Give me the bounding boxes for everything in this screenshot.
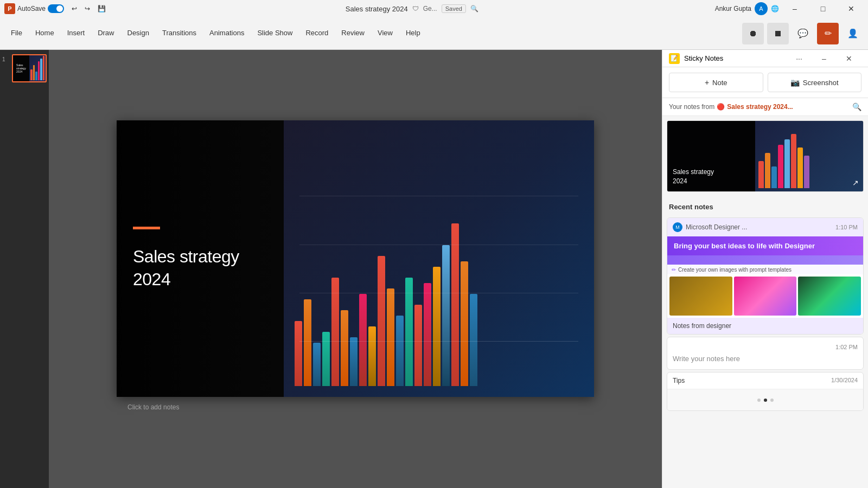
cloud-save-indicator: Ge... [423,5,437,12]
microsoft-designer-icon: M [673,222,682,232]
bar [378,256,385,386]
write-notes-header: 1:02 PM [673,344,858,350]
new-note-button[interactable]: + Note [669,73,763,92]
screenshot-btn-label: Screenshot [803,79,839,87]
save-button[interactable]: 💾 [94,4,109,14]
slide-thumbnails: 1 Salesstrategy2024 [0,50,49,488]
undo-button[interactable]: ↩ [68,4,80,14]
redo-button[interactable]: ↪ [81,4,93,14]
ppt-area: 1 Salesstrategy2024 [0,50,662,488]
thumbnail-title: Sales strategy2024 [673,168,750,186]
restore-button[interactable]: □ [810,0,835,17]
recent-notes-label: Recent notes [662,196,868,215]
designer-prompt-strip: ✏ Create your own images with prompt tem… [667,265,863,275]
bar [313,343,321,386]
slide-number-1: 1 [2,56,10,62]
designer-banner: Bring your best ideas to life with Desig… [667,236,863,255]
sticky-scroll-area[interactable]: Sales strategy2024 [662,116,868,488]
bar [350,337,358,386]
main-area: 1 Salesstrategy2024 [0,50,868,488]
tab-help[interactable]: Help [399,17,427,50]
notes-placeholder: Click to add notes [127,403,179,411]
tab-transitions[interactable]: Transitions [156,17,203,50]
write-notes-card[interactable]: 1:02 PM Write your notes here [667,337,864,370]
powerpoint-icon: P [4,3,15,14]
designer-note-time: 1:10 PM [835,224,858,230]
bar [359,294,367,386]
bar [304,299,311,386]
tips-date: 1/30/2024 [831,377,858,384]
bar [368,326,376,386]
tab-home[interactable]: Home [29,17,61,50]
source-text: Your notes from [669,103,714,111]
slide-orange-bar [133,227,160,229]
designer-img-1 [669,277,732,316]
camera-icon: 📷 [790,78,800,87]
bar [442,245,450,386]
sticky-minimize-button[interactable]: – [812,50,837,67]
note-card-header: M Microsoft Designer ... 1:10 PM [667,218,863,236]
autosave-toggle[interactable] [48,4,64,13]
tab-file[interactable]: File [4,17,29,50]
bars-container [295,165,583,386]
expand-icon[interactable]: ↗ [852,178,859,187]
slide-notes[interactable]: Click to add notes [117,397,594,418]
filename: Sales strategy 2024 [346,5,408,13]
designer-note-label: Notes from designer [667,318,863,334]
designer-images [667,274,863,318]
tips-label: Tips [673,377,685,384]
slide-thumbnail-1[interactable]: Salesstrategy2024 [12,54,47,82]
bar [414,305,422,386]
bar [341,310,348,386]
plus-icon: + [705,78,709,87]
tab-insert[interactable]: Insert [61,17,92,50]
search-icon[interactable]: 🔍 [852,102,861,111]
sticky-title-btns: ··· – ✕ [787,50,861,67]
slide-panel: 1 Salesstrategy2024 [0,50,662,488]
comment-button[interactable]: 💬 [792,23,814,44]
designer-img-3 [798,277,861,316]
tab-animations[interactable]: Animations [203,17,251,50]
sticky-panel: 📝 Sticky Notes ··· – ✕ + Note 📷 Screensh… [662,50,868,488]
bar [331,278,339,386]
prompt-icon: ✏ [672,267,676,273]
user-profile-button[interactable]: 👤 [842,23,864,44]
share-btn[interactable]: 🌐 [771,5,779,12]
slide-thumb-row-1: 1 Salesstrategy2024 [2,54,47,82]
source-name: Sales strategy 2024... [727,103,793,111]
sticky-close-button[interactable]: ✕ [837,50,861,67]
slide-canvas[interactable]: Sales strategy 2024 [117,120,594,397]
title-bar: P AutoSave ↩ ↪ 💾 Sales strategy 2024 🛡 G… [0,0,868,17]
title-bar-left: P AutoSave [4,3,64,14]
screenshot-button[interactable]: 📷 Screenshot [768,73,862,92]
record-button[interactable]: ⏺ [742,23,764,44]
bar [451,223,459,386]
tab-review[interactable]: Review [335,17,371,50]
tab-record[interactable]: Record [299,17,335,50]
title-bar-center: Sales strategy 2024 🛡 Ge... Saved 🔍 [113,4,711,13]
current-presentation-note[interactable]: Sales strategy2024 [667,120,864,192]
tab-view[interactable]: View [371,17,399,50]
designer-source-name: Microsoft Designer ... [686,223,832,231]
tab-draw[interactable]: Draw [91,17,120,50]
tab-design[interactable]: Design [121,17,156,50]
sticky-more-button[interactable]: ··· [787,50,812,67]
tips-card[interactable]: Tips 1/30/2024 [667,372,864,411]
bar [461,261,468,386]
user-avatar[interactable]: A [755,2,768,15]
present-button[interactable]: ⏹ [767,23,789,44]
title-bar-right: Ankur Gupta A 🌐 – □ ✕ [715,0,864,17]
close-button[interactable]: ✕ [839,0,864,17]
sticky-source: Your notes from 🔴 Sales strategy 2024...… [662,98,868,116]
autosave-label: AutoSave [17,5,46,12]
designer-note-card[interactable]: M Microsoft Designer ... 1:10 PM Bring y… [667,217,864,335]
minimize-button[interactable]: – [782,0,807,17]
note-btn-label: Note [712,79,727,87]
bar [433,267,441,386]
tips-header: Tips 1/30/2024 [667,373,863,389]
tab-slideshow[interactable]: Slide Show [251,17,299,50]
design-ideas-button[interactable]: ✏ [817,23,839,44]
prompt-text: Create your own images with prompt templ… [678,267,792,273]
chart-area [284,120,594,397]
bar [387,288,394,386]
